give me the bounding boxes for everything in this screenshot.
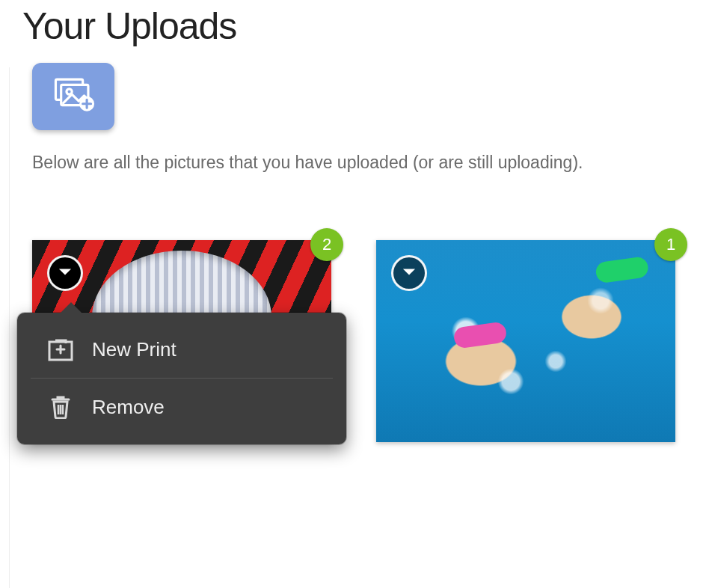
thumbnail-context-menu: New Print Remove bbox=[17, 313, 346, 444]
count-badge: 2 bbox=[310, 228, 343, 261]
page-description: Below are all the pictures that you have… bbox=[32, 153, 706, 173]
thumbnail-menu-button[interactable] bbox=[47, 255, 83, 291]
page-title: Your Uploads bbox=[22, 4, 706, 48]
add-photos-icon bbox=[52, 76, 95, 117]
thumbnail-menu-button[interactable] bbox=[391, 255, 427, 291]
upload-thumbnail[interactable]: 2 New Print bbox=[32, 240, 331, 442]
chevron-down-icon bbox=[58, 266, 72, 280]
chevron-down-icon bbox=[402, 266, 416, 280]
trash-icon bbox=[47, 395, 74, 419]
menu-item-label: New Print bbox=[92, 338, 176, 361]
upload-thumbnail[interactable]: 1 bbox=[376, 240, 675, 442]
new-print-icon bbox=[47, 339, 74, 361]
menu-item-remove[interactable]: Remove bbox=[17, 379, 346, 435]
menu-item-label: Remove bbox=[92, 396, 165, 419]
menu-item-new-print[interactable]: New Print bbox=[17, 322, 346, 378]
add-photos-button[interactable] bbox=[32, 63, 114, 130]
divider bbox=[9, 67, 10, 588]
uploads-gallery: 2 New Print bbox=[32, 240, 706, 442]
count-badge: 1 bbox=[654, 228, 687, 261]
